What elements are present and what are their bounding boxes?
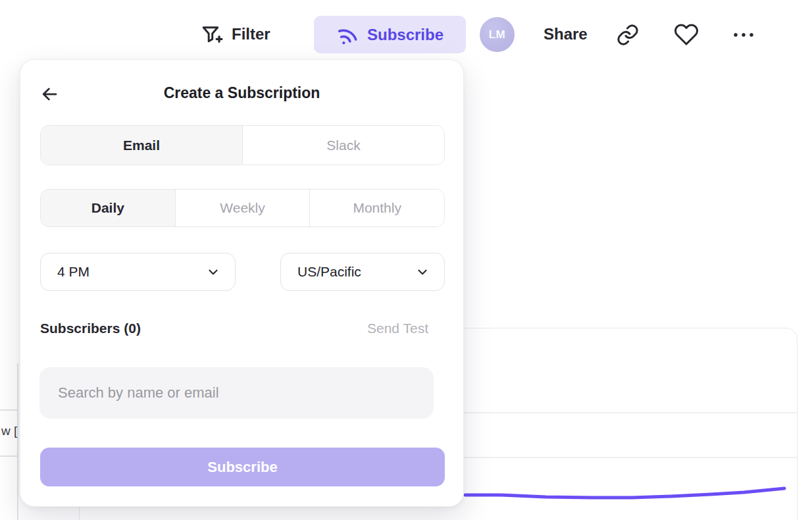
avatar-initials: LM [489,28,506,41]
table-fragment-text: w [ [1,424,17,438]
frequency-tabs: Daily Weekly Monthly [40,189,445,227]
avatar[interactable]: LM [480,17,515,52]
modal-title: Create a Subscription [20,84,463,102]
tab-monthly[interactable]: Monthly [309,190,444,226]
filter-button[interactable]: Filter [199,20,270,49]
chevron-down-icon [206,265,220,279]
time-select[interactable]: 4 PM [40,253,236,291]
subscribers-row: Subscribers (0) Send Test [40,321,428,336]
filter-label: Filter [232,25,270,43]
tab-weekly[interactable]: Weekly [175,190,310,226]
tab-slack[interactable]: Slack [242,126,444,165]
filter-plus-icon [199,22,224,47]
tab-daily[interactable]: Daily [41,190,175,226]
time-select-value: 4 PM [57,264,89,280]
favorite-button[interactable] [673,21,699,49]
subscribe-toolbar-button[interactable]: Subscribe [314,16,466,53]
rss-icon [334,20,362,49]
ellipsis-icon [732,30,755,39]
subscribers-count-label: Subscribers (0) [40,321,141,336]
channel-tabs: Email Slack [40,125,445,165]
timezone-select-value: US/Pacific [297,264,361,280]
more-menu-button[interactable] [730,21,757,49]
table-fragment-border [17,363,18,520]
subscribe-label: Subscribe [367,26,444,44]
table-fragment-border [0,455,18,457]
share-button[interactable]: Share [544,20,588,49]
tab-email[interactable]: Email [41,126,242,165]
heart-icon [674,22,699,47]
create-subscription-modal: Create a Subscription Email Slack Daily … [20,59,464,507]
timezone-select[interactable]: US/Pacific [280,253,445,291]
toolbar: Filter Subscribe LM Share [0,0,812,63]
send-test-button[interactable]: Send Test [367,321,428,336]
chevron-down-icon [415,265,430,279]
copy-link-button[interactable] [615,21,641,49]
table-fragment-border [0,409,18,411]
subscriber-search-input[interactable] [39,367,434,419]
app-page: w [ Filter Subscribe LM [0,0,812,520]
share-label: Share [544,25,588,43]
link-icon [616,23,640,47]
subscribe-submit-button[interactable]: Subscribe [40,448,445,486]
